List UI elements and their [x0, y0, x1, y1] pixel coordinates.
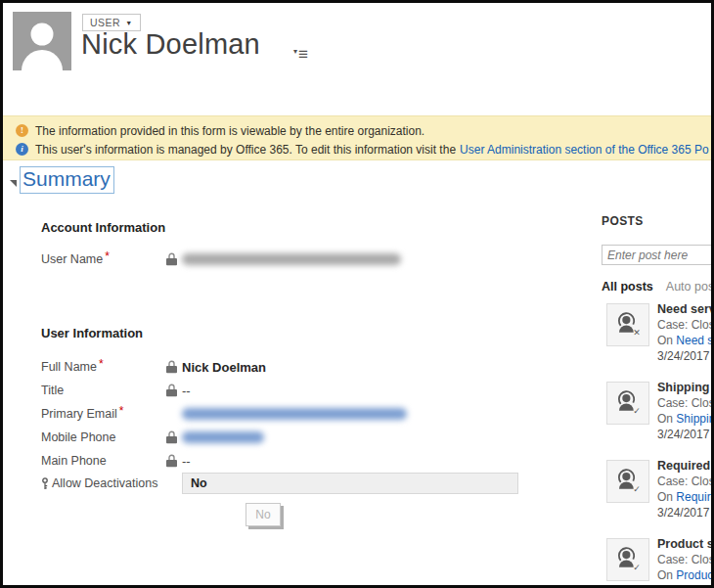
field-row-title: Title -- [41, 381, 535, 400]
on-prefix: On [657, 568, 676, 582]
on-prefix: On [657, 412, 676, 426]
field-label-text: Primary Email [41, 407, 117, 421]
post-item: ✓ Product se Case: Close On Product [602, 536, 711, 588]
main-phone-value: -- [182, 454, 191, 469]
post-date: 3/24/2017 [657, 348, 711, 364]
required-asterisk: * [105, 249, 110, 263]
field-row-allow-deactivations: Allow Deactivations No [41, 472, 535, 495]
field-row-full-name: Full Name * Nick Doelman [41, 357, 535, 377]
lock-icon [166, 252, 182, 266]
required-asterisk: * [99, 357, 104, 371]
on-prefix: On [657, 334, 676, 347]
field-row-mobile-phone: Mobile Phone [41, 428, 535, 447]
status-badge: ✓ [633, 484, 641, 494]
post-record-link[interactable]: Shippin [676, 412, 711, 426]
required-asterisk: * [119, 404, 124, 418]
field-label: Primary Email * [41, 407, 166, 421]
on-prefix: On [657, 490, 676, 504]
post-case-line: Case: Close [657, 395, 711, 411]
summary-tab-label: Summary [20, 166, 114, 194]
post-body: Product se Case: Close On Product [657, 536, 711, 583]
status-badge: ✓ [633, 406, 641, 416]
field-row-primary-email: Primary Email * [41, 404, 535, 424]
primary-email-value-redacted[interactable] [182, 408, 407, 420]
person-icon [13, 12, 71, 70]
field-label: User Name * [41, 252, 166, 266]
key-icon [41, 477, 49, 490]
post-on-line: On Require [657, 489, 711, 505]
post-body: Required S Case: Close On Require 3/24/2… [657, 458, 711, 520]
case-resolved-user-icon: ✓ [606, 538, 649, 581]
mobile-phone-value-redacted[interactable] [182, 431, 264, 443]
field-label-text: Full Name [41, 360, 97, 374]
lock-icon [166, 360, 182, 374]
field-row-main-phone: Main Phone -- [41, 451, 535, 471]
post-record-link[interactable]: Need se [676, 334, 711, 347]
case-resolved-user-icon: ✓ [606, 382, 649, 425]
post-record-link[interactable]: Require [676, 490, 711, 504]
lock-icon [166, 384, 182, 397]
record-title: Nick Doelman [81, 28, 260, 61]
tab-auto-posts[interactable]: Auto posts [666, 280, 711, 294]
chevron-down-icon: ▼ [125, 20, 132, 26]
post-body: Need serv Case: Close On Need se 3/24/20… [657, 301, 711, 364]
summary-form-section: Account Information User Name * User Inf… [41, 213, 535, 536]
entity-type-label: USER [90, 17, 120, 28]
field-label: Mobile Phone [41, 430, 166, 444]
record-avatar [13, 12, 71, 70]
post-title: Required S [657, 458, 711, 474]
post-item: ✕ Need serv Case: Close On Need se 3/24/… [602, 301, 711, 378]
post-date: 3/24/2017 [657, 505, 711, 520]
post-case-line: Case: Close [657, 317, 711, 333]
post-title: Need serv [657, 301, 711, 317]
field-label: Title [41, 384, 166, 397]
menu-icon: ≡ [298, 47, 308, 63]
collapse-triangle-icon [10, 180, 17, 187]
post-case-line: Case: Close [657, 474, 711, 489]
chevron-down-icon: ▾ [293, 47, 297, 57]
post-case-line: Case: Close [657, 552, 711, 567]
case-resolved-user-icon: ✕ [606, 303, 649, 346]
dragged-option-ghost: No [245, 503, 281, 526]
status-badge: ✓ [633, 563, 641, 572]
form-selector-menu[interactable]: ▾ ≡ [293, 47, 308, 63]
warning-text: The information provided in this form is… [35, 124, 424, 138]
field-label-text: Allow Deactivations [52, 476, 157, 490]
user-name-value-redacted [182, 253, 401, 265]
info-icon: i [16, 143, 28, 156]
field-row-user-name: User Name * [41, 249, 535, 269]
field-label-text: User Name [41, 252, 103, 266]
case-resolved-user-icon: ✓ [606, 460, 649, 503]
posts-tabs: All posts Auto posts [602, 280, 711, 294]
lock-icon [166, 454, 182, 468]
post-body: Shipping t Case: Close On Shippin 3/24/2… [657, 380, 711, 442]
post-title: Product se [657, 536, 711, 552]
field-label: Allow Deactivations [41, 476, 166, 490]
status-badge: ✕ [633, 328, 641, 338]
post-item: ✓ Shipping t Case: Close On Shippin 3/24… [602, 380, 711, 456]
posts-panel-title: POSTS [602, 214, 644, 228]
allow-deactivations-toggle[interactable]: No [182, 473, 518, 494]
post-date: 3/24/2017 [657, 427, 711, 442]
post-on-line: On Need se [657, 333, 711, 348]
title-value: -- [182, 384, 191, 398]
full-name-value: Nick Doelman [182, 360, 266, 375]
lock-icon [166, 430, 182, 444]
section-account-information: Account Information [41, 220, 165, 235]
post-composer-input[interactable] [602, 245, 711, 265]
tab-all-posts[interactable]: All posts [602, 280, 653, 294]
info-text: This user's information is managed by Of… [35, 143, 456, 157]
post-item: ✓ Required S Case: Close On Require 3/24… [602, 458, 711, 534]
post-on-line: On Product [657, 567, 711, 583]
warning-icon: ! [16, 124, 28, 137]
posts-panel: POSTS All posts Auto posts ✕ Need serv C… [599, 3, 711, 588]
post-on-line: On Shippin [657, 411, 711, 427]
field-label: Main Phone [41, 454, 166, 468]
field-label: Full Name * [41, 360, 166, 374]
summary-tab-header[interactable]: Summary [10, 166, 114, 194]
post-title: Shipping t [657, 380, 711, 395]
post-record-link[interactable]: Product [676, 568, 711, 582]
user-form-window: USER ▼ Nick Doelman ▾ ≡ ! The informatio… [0, 0, 714, 588]
section-user-information: User Information [41, 326, 143, 340]
